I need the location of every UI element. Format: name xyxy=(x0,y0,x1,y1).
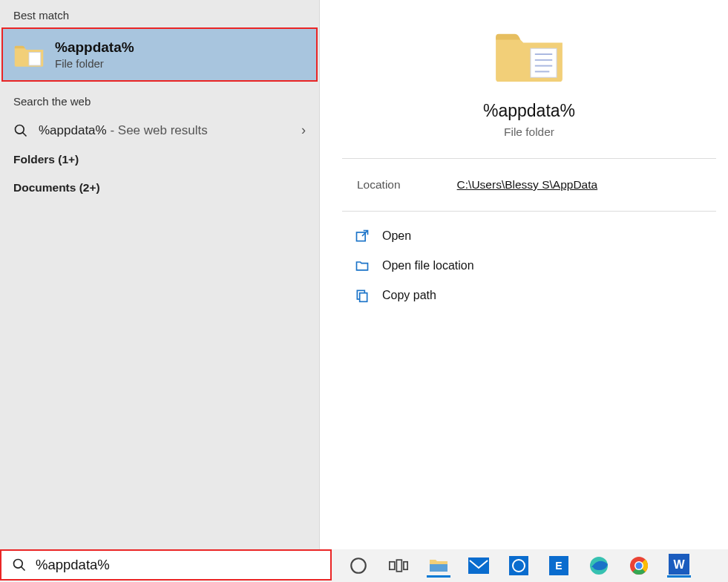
location-link[interactable]: C:\Users\Blessy S\AppData xyxy=(457,178,598,192)
result-title: %appdata% xyxy=(55,39,134,56)
svg-point-13 xyxy=(351,558,366,573)
detail-panel: %appdata% File folder Location C:\Users\… xyxy=(319,0,728,549)
file-explorer-icon[interactable] xyxy=(427,554,450,578)
open-file-location-action[interactable]: Open file location xyxy=(354,258,706,274)
word-tile-icon[interactable]: E xyxy=(547,554,571,578)
best-match-label: Best match xyxy=(0,4,319,27)
result-subtitle: File folder xyxy=(55,57,134,70)
svg-rect-15 xyxy=(396,560,401,572)
svg-rect-16 xyxy=(404,562,407,569)
svg-rect-19 xyxy=(509,556,528,575)
edge-icon[interactable] xyxy=(587,554,611,578)
copy-path-action[interactable]: Copy path xyxy=(354,287,706,304)
search-icon xyxy=(12,558,27,572)
detail-title: %appdata% xyxy=(483,101,575,121)
svg-rect-0 xyxy=(29,52,41,65)
detail-subtitle: File folder xyxy=(504,125,554,139)
svg-rect-17 xyxy=(430,564,447,572)
svg-rect-18 xyxy=(468,558,489,574)
svg-line-12 xyxy=(22,567,25,571)
cortana-icon[interactable] xyxy=(347,554,370,578)
mail-icon[interactable] xyxy=(467,554,491,578)
search-box[interactable] xyxy=(0,549,332,581)
search-web-label: Search the web xyxy=(0,91,319,114)
word-app-icon[interactable]: W xyxy=(667,554,691,578)
folder-icon xyxy=(13,41,45,69)
svg-point-11 xyxy=(14,560,23,569)
web-query: %appdata% xyxy=(39,123,107,137)
best-match-result[interactable]: %appdata% File folder xyxy=(1,27,318,82)
action-label: Open xyxy=(382,229,411,243)
action-label: Open file location xyxy=(382,259,474,272)
category-folders[interactable]: Folders (1+) xyxy=(0,148,319,177)
web-hint: - See web results xyxy=(107,123,208,137)
svg-text:W: W xyxy=(673,558,685,571)
search-icon xyxy=(13,123,28,138)
chevron-right-icon: › xyxy=(301,122,306,138)
svg-rect-3 xyxy=(531,48,557,77)
svg-line-2 xyxy=(23,132,27,136)
copy-icon xyxy=(354,287,370,304)
svg-point-28 xyxy=(636,563,643,569)
taskbar: E W xyxy=(0,549,728,582)
task-view-icon[interactable] xyxy=(387,554,410,578)
folder-open-icon xyxy=(354,258,370,274)
svg-rect-14 xyxy=(390,562,395,569)
folder-icon xyxy=(493,25,565,85)
location-label: Location xyxy=(357,178,401,192)
open-icon xyxy=(354,228,370,244)
dell-icon[interactable] xyxy=(507,554,531,578)
web-result-row[interactable]: %appdata% - See web results › xyxy=(0,114,319,148)
open-action[interactable]: Open xyxy=(354,228,706,244)
svg-point-1 xyxy=(16,125,24,134)
svg-text:E: E xyxy=(555,560,562,572)
chrome-icon[interactable] xyxy=(627,554,651,578)
action-label: Copy path xyxy=(382,289,436,302)
search-results-panel: Best match %appdata% File folder Search … xyxy=(0,0,319,549)
category-documents[interactable]: Documents (2+) xyxy=(0,177,319,205)
search-input[interactable] xyxy=(36,557,323,573)
svg-rect-10 xyxy=(360,293,367,302)
